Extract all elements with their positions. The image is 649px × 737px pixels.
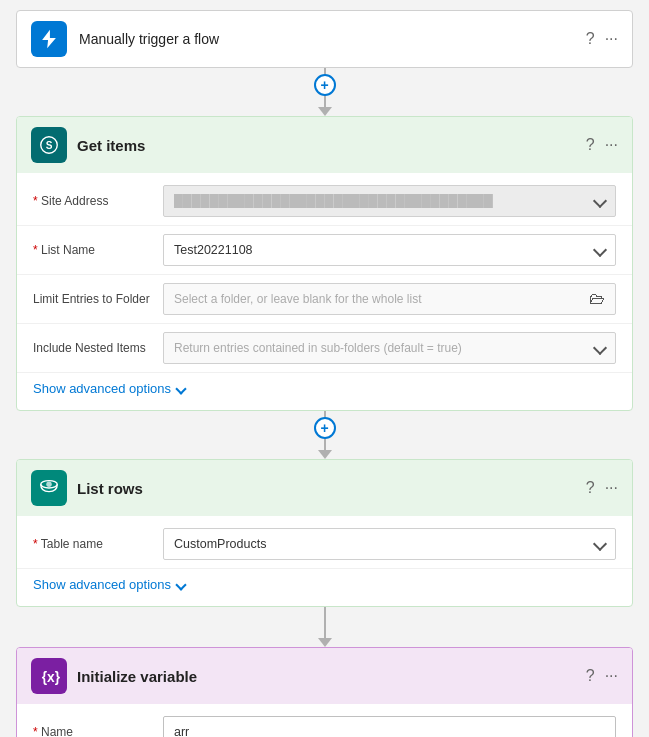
variable-icon: {x} xyxy=(31,658,67,694)
trigger-icon xyxy=(31,21,67,57)
folder-limit-value[interactable]: Select a folder, or leave blank for the … xyxy=(163,283,616,315)
flow-canvas: Manually trigger a flow ? ··· + S Get it… xyxy=(0,0,649,737)
list-name-text: Test20221108 xyxy=(174,243,253,257)
trigger-more-icon[interactable]: ··· xyxy=(605,30,618,48)
table-name-label: Table name xyxy=(33,537,163,551)
nested-items-value[interactable]: Return entries contained in sub-folders … xyxy=(163,332,616,364)
trigger-actions: ? ··· xyxy=(586,30,618,48)
get-items-card: S Get items ? ··· Site Address █████████… xyxy=(16,116,633,411)
connector-2: + xyxy=(318,411,332,459)
connector-simple-line-3 xyxy=(324,607,326,638)
site-address-value[interactable]: ████████████████████████████████████ xyxy=(163,185,616,217)
site-address-chevron xyxy=(593,194,607,208)
dataverse-icon xyxy=(31,470,67,506)
svg-point-3 xyxy=(46,482,52,488)
list-name-value[interactable]: Test20221108 xyxy=(163,234,616,266)
init-variable-card: {x} Initialize variable ? ··· Name Type xyxy=(16,647,633,737)
get-items-more-icon[interactable]: ··· xyxy=(605,136,618,154)
connector-3 xyxy=(318,607,332,647)
init-variable-help-icon[interactable]: ? xyxy=(586,667,595,685)
var-name-input[interactable] xyxy=(174,725,605,737)
list-rows-advanced-chevron xyxy=(175,579,186,590)
var-name-row: Name xyxy=(17,708,632,737)
get-items-title: Get items xyxy=(77,137,576,154)
var-name-value[interactable] xyxy=(163,716,616,737)
list-rows-body: Table name CustomProducts Show advanced … xyxy=(17,516,632,606)
get-items-advanced-toggle[interactable]: Show advanced options xyxy=(17,373,632,406)
init-variable-title: Initialize variable xyxy=(77,668,576,685)
get-items-advanced-chevron xyxy=(175,383,186,394)
site-address-label: Site Address xyxy=(33,194,163,208)
var-name-label: Name xyxy=(33,725,163,737)
list-rows-advanced-label: Show advanced options xyxy=(33,577,171,592)
get-items-help-icon[interactable]: ? xyxy=(586,136,595,154)
svg-text:S: S xyxy=(46,140,53,151)
init-variable-header: {x} Initialize variable ? ··· xyxy=(17,648,632,704)
list-rows-help-icon[interactable]: ? xyxy=(586,479,595,497)
folder-limit-placeholder: Select a folder, or leave blank for the … xyxy=(174,292,421,306)
get-items-header: S Get items ? ··· xyxy=(17,117,632,173)
table-name-chevron xyxy=(593,537,607,551)
add-step-button-2[interactable]: + xyxy=(314,417,336,439)
table-name-value[interactable]: CustomProducts xyxy=(163,528,616,560)
nested-items-label: Include Nested Items xyxy=(33,341,163,355)
list-rows-title: List rows xyxy=(77,480,576,497)
site-address-text: ████████████████████████████████████ xyxy=(174,194,587,208)
connector-arrow-2 xyxy=(318,450,332,459)
connector-arrow-1 xyxy=(318,107,332,116)
folder-limit-row: Limit Entries to Folder Select a folder,… xyxy=(17,275,632,324)
folder-limit-label: Limit Entries to Folder xyxy=(33,292,163,306)
nested-items-row: Include Nested Items Return entries cont… xyxy=(17,324,632,373)
trigger-title: Manually trigger a flow xyxy=(79,31,586,47)
connector-1: + xyxy=(318,68,332,116)
sharepoint-icon: S xyxy=(31,127,67,163)
list-rows-actions: ? ··· xyxy=(586,479,618,497)
init-variable-body: Name Type Array Value xyxy=(17,704,632,737)
get-items-body: Site Address ███████████████████████████… xyxy=(17,173,632,410)
list-rows-header: List rows ? ··· xyxy=(17,460,632,516)
folder-browse-icon[interactable]: 🗁 xyxy=(589,290,605,308)
list-name-label: List Name xyxy=(33,243,163,257)
add-step-button-1[interactable]: + xyxy=(314,74,336,96)
table-name-text: CustomProducts xyxy=(174,537,266,551)
get-items-advanced-label: Show advanced options xyxy=(33,381,171,396)
list-name-chevron xyxy=(593,243,607,257)
nested-items-placeholder: Return entries contained in sub-folders … xyxy=(174,341,462,355)
list-rows-advanced-toggle[interactable]: Show advanced options xyxy=(17,569,632,602)
init-variable-more-icon[interactable]: ··· xyxy=(605,667,618,685)
table-name-row: Table name CustomProducts xyxy=(17,520,632,569)
list-rows-more-icon[interactable]: ··· xyxy=(605,479,618,497)
trigger-block: Manually trigger a flow ? ··· xyxy=(16,10,633,68)
nested-items-chevron xyxy=(593,341,607,355)
list-name-row: List Name Test20221108 xyxy=(17,226,632,275)
list-rows-card: List rows ? ··· Table name CustomProduct… xyxy=(16,459,633,607)
site-address-row: Site Address ███████████████████████████… xyxy=(17,177,632,226)
connector-simple-arrow-3 xyxy=(318,638,332,647)
get-items-actions: ? ··· xyxy=(586,136,618,154)
init-variable-actions: ? ··· xyxy=(586,667,618,685)
svg-text:{x}: {x} xyxy=(42,670,60,685)
trigger-help-icon[interactable]: ? xyxy=(586,30,595,48)
